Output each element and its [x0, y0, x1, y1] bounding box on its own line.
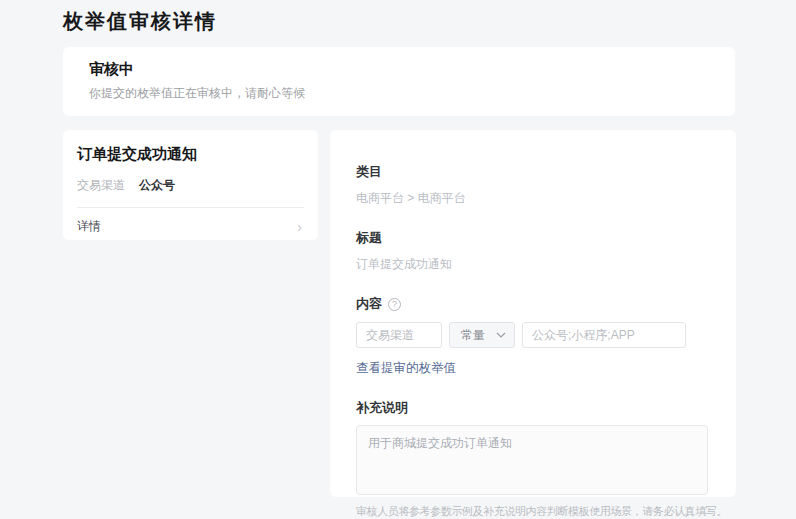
review-status-card: 审核中 你提交的枚举值正在审核中，请耐心等候	[63, 47, 735, 116]
remark-textarea[interactable]: 用于商城提交成功订单通知	[356, 425, 708, 495]
remark-group: 补充说明 用于商城提交成功订单通知 审核人员将参考参数示例及补充说明内容判断模板…	[356, 399, 710, 519]
title-group: 标题 订单提交成功通知	[356, 229, 710, 273]
channel-value: 公众号	[139, 177, 175, 194]
detail-label: 详情	[77, 218, 101, 235]
category-label: 类目	[356, 163, 710, 181]
category-group: 类目 电商平台 > 电商平台	[356, 163, 710, 207]
enum-review-detail-page: 枚举值审核详情 审核中 你提交的枚举值正在审核中，请耐心等候 订单提交成功通知 …	[0, 0, 796, 519]
template-detail-panel: 类目 电商平台 > 电商平台 标题 订单提交成功通知 内容 ? 常量	[330, 130, 736, 497]
content-label: 内容 ?	[356, 295, 710, 313]
template-title: 订单提交成功通知	[77, 145, 304, 164]
param-type-select[interactable]: 常量	[449, 322, 515, 348]
view-enum-values-link[interactable]: 查看提审的枚举值	[356, 360, 456, 377]
template-detail-link[interactable]: 详情 ›	[77, 208, 304, 235]
title-label: 标题	[356, 229, 710, 247]
review-status-title: 审核中	[89, 60, 709, 79]
page-title: 枚举值审核详情	[63, 8, 217, 35]
content-label-text: 内容	[356, 295, 382, 313]
title-value: 订单提交成功通知	[356, 256, 710, 273]
remark-hint: 审核人员将参考参数示例及补充说明内容判断模板使用场景，请务必认真填写。	[356, 504, 710, 519]
remark-label: 补充说明	[356, 399, 710, 417]
template-channel-row: 交易渠道 公众号	[77, 177, 304, 194]
param-example-input[interactable]	[522, 322, 686, 348]
chevron-down-icon	[496, 332, 506, 338]
param-type-value: 常量	[461, 327, 485, 344]
content-inputs-row: 常量	[356, 322, 710, 348]
chevron-right-icon: ›	[297, 221, 302, 233]
category-value: 电商平台 > 电商平台	[356, 190, 710, 207]
template-summary-card: 订单提交成功通知 交易渠道 公众号 详情 ›	[63, 130, 318, 240]
content-group: 内容 ? 常量 查看提审的枚举值	[356, 295, 710, 377]
help-icon[interactable]: ?	[388, 298, 401, 311]
channel-label: 交易渠道	[77, 177, 125, 194]
param-name-input[interactable]	[356, 322, 442, 348]
review-status-description: 你提交的枚举值正在审核中，请耐心等候	[89, 85, 709, 102]
